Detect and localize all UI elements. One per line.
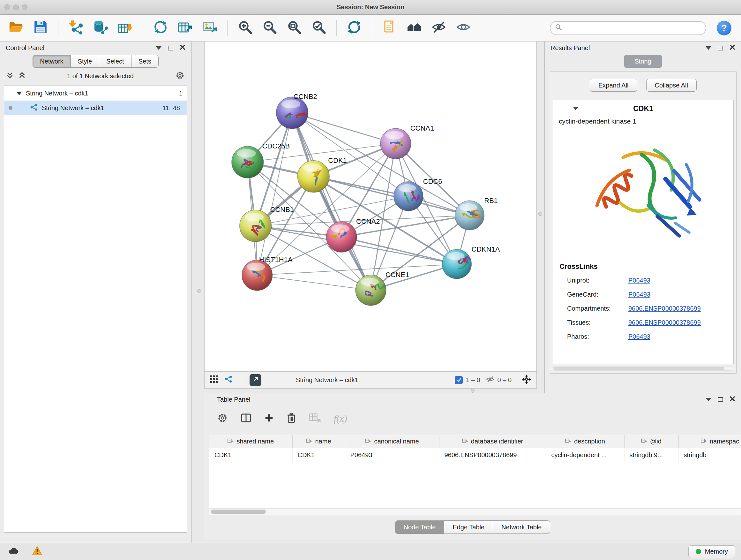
table-cell[interactable]: cyclin-dependent ... — [546, 448, 624, 462]
zoom-window-button[interactable] — [22, 4, 27, 10]
open-session-button[interactable] — [6, 18, 25, 38]
search-box[interactable] — [550, 21, 706, 35]
table-cell[interactable]: CDK1 — [292, 448, 345, 462]
tab-sets[interactable]: Sets — [131, 55, 158, 68]
network-node[interactable]: CDC6 — [394, 178, 442, 211]
tab-style[interactable]: Style — [71, 55, 99, 68]
pan-crosshair-icon[interactable] — [522, 374, 531, 386]
import-network-database-button[interactable] — [91, 18, 110, 38]
float-panel-icon[interactable] — [718, 46, 723, 51]
table-cell[interactable]: P06493 — [345, 448, 439, 462]
documentation-button[interactable] — [380, 18, 399, 38]
network-node[interactable]: CCNA1 — [381, 124, 434, 159]
column-header[interactable]: namespac — [678, 435, 741, 448]
apply-layout-button[interactable] — [345, 18, 364, 38]
zoom-out-button[interactable] — [260, 18, 279, 38]
column-header[interactable]: canonical name — [345, 435, 439, 448]
network-row[interactable]: String Network – cdk1 11 48 — [4, 101, 187, 115]
help-button[interactable]: ? — [717, 21, 731, 36]
new-network-from-selection-button[interactable] — [151, 18, 170, 38]
hide-graphics-button[interactable] — [429, 18, 448, 38]
share-network-icon[interactable] — [224, 375, 232, 385]
tab-select[interactable]: Select — [99, 55, 131, 68]
memory-button[interactable]: Memory — [688, 545, 735, 558]
crosslink-link[interactable]: P06493 — [628, 331, 650, 342]
bottom-splitter-handle[interactable] — [471, 389, 475, 393]
tab-network[interactable]: Network — [32, 55, 71, 68]
right-splitter-handle[interactable] — [538, 212, 542, 216]
panel-menu-icon[interactable] — [705, 398, 711, 401]
search-input[interactable] — [565, 24, 701, 32]
document-icon — [382, 20, 397, 36]
table-scrollbar-thumb[interactable] — [211, 509, 266, 514]
collapse-all-icon[interactable] — [6, 71, 13, 81]
show-graphics-button[interactable] — [454, 18, 473, 38]
add-column-plus-icon[interactable] — [264, 413, 274, 424]
save-session-button[interactable] — [31, 18, 50, 38]
show-columns-icon[interactable] — [241, 413, 252, 425]
delete-trash-icon[interactable] — [286, 413, 296, 425]
import-network-file-button[interactable] — [66, 18, 85, 38]
close-window-button[interactable] — [4, 4, 10, 10]
table-cell[interactable]: CDK1 — [209, 448, 292, 462]
column-header[interactable]: name — [292, 435, 345, 448]
panel-menu-icon[interactable] — [156, 46, 161, 50]
float-panel-icon[interactable] — [168, 46, 173, 51]
table-horizontal-scrollbar[interactable] — [209, 508, 741, 515]
collapse-all-button[interactable]: Collapse All — [646, 79, 697, 91]
close-panel-icon[interactable] — [730, 44, 735, 52]
expand-all-button[interactable]: Expand All — [590, 79, 637, 91]
expand-all-icon[interactable] — [18, 71, 25, 81]
close-panel-icon[interactable] — [730, 396, 735, 403]
gene-header[interactable]: CDK1 — [553, 100, 733, 117]
network-node[interactable]: CDK1 — [297, 157, 347, 192]
table-settings-gear-icon[interactable] — [217, 413, 228, 425]
network-node[interactable]: RB1 — [455, 197, 498, 230]
network-view-canvas[interactable]: CCNB2CCNA1CDC25BCDK1CDC6RB1CCNB1CCNA2CDK… — [204, 42, 537, 371]
minimize-window-button[interactable] — [13, 4, 19, 10]
import-table-button[interactable] — [116, 18, 135, 38]
grid-view-icon[interactable] — [210, 375, 218, 385]
crosslink-link[interactable]: P06493 — [628, 275, 650, 286]
open-in-new-window-button[interactable] — [250, 374, 261, 386]
zoom-fit-button[interactable] — [285, 18, 304, 38]
network-node[interactable]: HIST1H1A — [242, 256, 293, 291]
export-image-button[interactable] — [200, 18, 219, 38]
zoom-selected-button[interactable] — [309, 18, 328, 38]
network-state-dot — [9, 106, 12, 110]
export-table-button[interactable] — [176, 18, 195, 38]
checkbox-icon[interactable] — [455, 376, 463, 384]
close-panel-icon[interactable] — [180, 44, 185, 52]
column-header[interactable]: @id — [624, 435, 678, 448]
collection-disclosure-icon[interactable] — [16, 91, 22, 95]
network-collection-row[interactable]: String Network – cdk1 1 — [4, 86, 187, 101]
string-network-graph[interactable]: CCNB2CCNA1CDC25BCDK1CDC6RB1CCNB1CCNA2CDK… — [205, 42, 536, 371]
gear-icon[interactable] — [175, 71, 185, 82]
crosslink-link[interactable]: 9606.ENSP00000378699 — [628, 303, 701, 314]
crosslink-link[interactable]: P06493 — [628, 289, 650, 300]
tab-edge-table[interactable]: Edge Table — [444, 520, 493, 534]
table-row[interactable]: CDK1CDK1P064939606.ENSP00000378699cyclin… — [209, 448, 741, 462]
network-node[interactable]: CDKN1A — [442, 245, 500, 279]
results-scrollbar[interactable] — [553, 367, 733, 371]
warning-button[interactable] — [29, 545, 45, 558]
cloud-button[interactable] — [6, 545, 21, 558]
browser-home-button[interactable] — [405, 18, 424, 38]
table-cell[interactable]: 9606.ENSP00000378699 — [439, 448, 546, 462]
node-table[interactable]: shared namenamecanonical namedatabase id… — [209, 435, 741, 515]
column-header[interactable]: description — [546, 435, 624, 448]
table-cell[interactable]: stringdb — [678, 448, 741, 462]
table-cell[interactable]: stringdb:9... — [624, 448, 678, 462]
float-panel-icon[interactable] — [718, 397, 723, 402]
tab-string[interactable]: String — [624, 55, 662, 68]
column-header[interactable]: shared name — [209, 435, 292, 448]
left-splitter-handle[interactable] — [197, 289, 201, 293]
panel-menu-icon[interactable] — [705, 46, 711, 50]
crosslink-link[interactable]: 9606.ENSP00000378699 — [628, 317, 701, 328]
tab-network-table[interactable]: Network Table — [493, 520, 550, 534]
tab-node-table[interactable]: Node Table — [395, 520, 445, 534]
results-scrollbar-thumb[interactable] — [554, 367, 724, 370]
column-header[interactable]: database identifier — [439, 435, 546, 448]
gene-disclosure-icon[interactable] — [573, 107, 579, 110]
zoom-in-button[interactable] — [235, 18, 255, 38]
